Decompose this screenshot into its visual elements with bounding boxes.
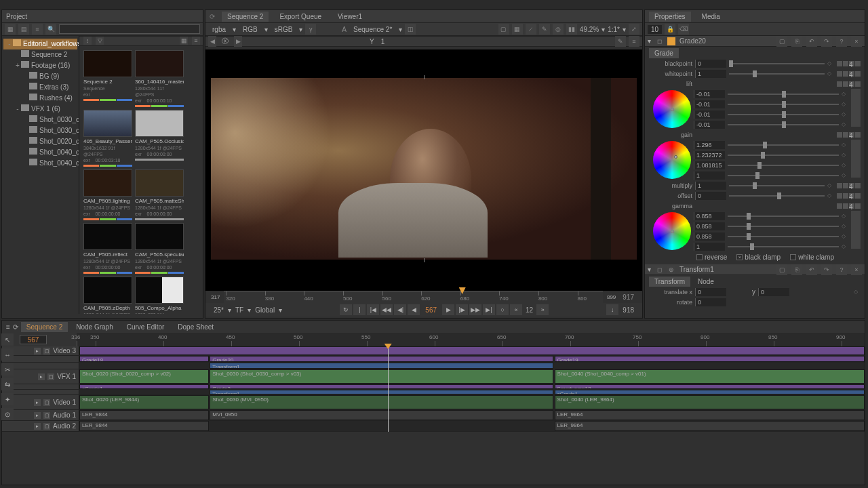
keyframe-icon[interactable]: ◇ bbox=[827, 60, 834, 67]
timeline-playhead[interactable] bbox=[388, 346, 389, 432]
prop-tab-properties[interactable]: Properties bbox=[649, 12, 691, 22]
lock-icon[interactable]: ▢ bbox=[43, 348, 50, 354]
nd3-icon[interactable]: ↶ bbox=[806, 36, 817, 47]
tree-item[interactable]: BG (9) bbox=[3, 71, 77, 82]
tree-item[interactable]: Shot_0040_co bbox=[3, 158, 77, 169]
reload-icon[interactable]: ⟳ bbox=[13, 323, 18, 331]
offset-value[interactable]: 0 bbox=[695, 192, 726, 200]
timeline-clip[interactable]: LER_9864 bbox=[555, 421, 865, 431]
colorspace-select[interactable]: RGB bbox=[239, 26, 262, 33]
expand-icon[interactable]: 4 bbox=[849, 71, 854, 77]
chevron-down-icon[interactable]: ▾ bbox=[648, 37, 651, 45]
keyframe-icon[interactable]: ◇ bbox=[827, 192, 834, 199]
viewer-canvas[interactable] bbox=[205, 49, 642, 291]
mute-icon[interactable]: ▸ bbox=[34, 423, 41, 430]
menu-icon[interactable]: ≡ bbox=[629, 36, 639, 47]
goto-end-icon[interactable]: ▶| bbox=[483, 304, 495, 315]
nd2-icon[interactable]: ⎘ bbox=[791, 264, 802, 275]
lift-r-slider[interactable] bbox=[728, 94, 839, 95]
gamma-a[interactable]: 1 bbox=[694, 243, 725, 251]
color-icon[interactable]: ⊕ bbox=[667, 266, 675, 274]
filter-icon[interactable]: ▽ bbox=[96, 37, 104, 45]
prev-clip-icon[interactable]: ◀ bbox=[208, 36, 216, 47]
mute-icon[interactable]: ▸ bbox=[34, 348, 41, 354]
gamma-a-slider[interactable] bbox=[728, 246, 839, 247]
drop-icon[interactable]: ↓ bbox=[606, 304, 618, 315]
transform-tab[interactable]: Transform bbox=[649, 277, 690, 287]
dropdown-icon[interactable]: ▾ bbox=[299, 26, 302, 33]
out-point-icon[interactable]: ○ bbox=[496, 304, 509, 315]
vi6-icon[interactable]: ▮▮ bbox=[566, 24, 577, 35]
grade-tab[interactable]: Grade bbox=[649, 48, 679, 58]
tree-item[interactable]: Extras (3) bbox=[3, 82, 77, 93]
prop-tab-media[interactable]: Media bbox=[696, 12, 726, 22]
roll-tool-icon[interactable]: ✦ bbox=[1, 393, 14, 405]
zoom-value[interactable]: 49.2% bbox=[580, 26, 599, 33]
collapse-icon[interactable]: 4 bbox=[849, 132, 854, 138]
lift-a[interactable]: -0.01 bbox=[694, 121, 725, 129]
vi2-icon[interactable]: ▦ bbox=[512, 24, 523, 35]
tl-tab-curve[interactable]: Curve Editor bbox=[121, 322, 170, 332]
close-icon[interactable]: × bbox=[851, 36, 862, 47]
translate-x[interactable]: 0 bbox=[695, 288, 726, 296]
lift-g[interactable]: -0.01 bbox=[694, 100, 725, 108]
gain-g-slider[interactable] bbox=[728, 155, 839, 156]
fps-select[interactable]: 25* bbox=[211, 306, 226, 314]
grid-icon[interactable]: ▦ bbox=[180, 37, 188, 45]
nd4-icon[interactable]: ↷ bbox=[821, 36, 832, 47]
collapse-icon[interactable]: 4 bbox=[849, 81, 854, 87]
vi5-icon[interactable]: ◎ bbox=[553, 24, 564, 35]
search-input[interactable] bbox=[59, 24, 200, 34]
keyframe-icon[interactable]: ◇ bbox=[842, 152, 848, 159]
track-body[interactable]: LER_9844MVI_0950LER_9864 bbox=[79, 410, 865, 420]
viewer-tab-viewer1[interactable]: Viewer1 bbox=[332, 12, 368, 22]
tree-item[interactable]: +Footage (16) bbox=[3, 60, 77, 71]
keyframe-icon[interactable]: ◇ bbox=[842, 101, 848, 108]
tl-tab-nodegraph[interactable]: Node Graph bbox=[71, 322, 118, 332]
next-clip-icon[interactable]: ▶ bbox=[234, 36, 242, 47]
slip-tool-icon[interactable]: ⇆ bbox=[1, 378, 14, 390]
timeline-clip[interactable]: LER_9844 bbox=[79, 410, 209, 420]
mute-icon[interactable]: ▸ bbox=[34, 412, 41, 419]
lift-b[interactable]: -0.01 bbox=[694, 110, 725, 119]
tree-item[interactable]: -VFX 1 (6) bbox=[3, 104, 77, 115]
pencil-icon[interactable]: ✎ bbox=[615, 36, 626, 47]
skip-back-icon[interactable]: « bbox=[510, 304, 522, 315]
dropdown-icon[interactable]: ▾ bbox=[279, 306, 282, 314]
nd5-icon[interactable]: ? bbox=[836, 36, 847, 47]
lock-icon[interactable]: ▢ bbox=[43, 399, 50, 406]
step-back-icon[interactable]: ◀| bbox=[394, 304, 406, 315]
search-icon[interactable]: 🔍 bbox=[45, 24, 56, 35]
gamma-master-slider[interactable] bbox=[851, 211, 861, 249]
nd5-icon[interactable]: ? bbox=[836, 264, 847, 275]
global-select[interactable]: Global bbox=[252, 306, 277, 314]
dropdown-icon[interactable]: ▾ bbox=[399, 26, 402, 33]
keyframe-icon[interactable]: ◇ bbox=[842, 142, 848, 148]
node-tab[interactable]: Node bbox=[692, 277, 719, 287]
gain-b[interactable]: 1.081815 bbox=[694, 161, 725, 169]
clear-icon[interactable]: ⌫ bbox=[678, 24, 689, 35]
dropdown-icon[interactable]: ▾ bbox=[264, 26, 268, 33]
track-body[interactable] bbox=[79, 346, 865, 355]
vi1-icon[interactable]: ▢ bbox=[498, 24, 509, 35]
timeline-clip[interactable]: Shot_0020 (Shot_0020_comp > v02) bbox=[79, 369, 209, 384]
whitepoint-value[interactable]: 1 bbox=[695, 70, 726, 78]
gamma-colorwheel[interactable] bbox=[653, 212, 691, 250]
tl-tab-dope[interactable]: Dope Sheet bbox=[172, 322, 219, 332]
sort-icon[interactable]: ↕ bbox=[83, 37, 92, 45]
lock-icon[interactable]: ▢ bbox=[43, 412, 50, 419]
clip-thumbnail[interactable]: Sequence 2Sequenceexr bbox=[83, 50, 132, 107]
reverse-checkbox[interactable]: reverse bbox=[696, 253, 727, 261]
dropdown-icon[interactable]: ▾ bbox=[248, 306, 251, 314]
reload-icon[interactable]: ⟳ bbox=[210, 13, 216, 20]
razor-tool-icon[interactable]: ✂ bbox=[1, 363, 14, 375]
keyframe-icon[interactable]: ◇ bbox=[842, 223, 848, 230]
gain-master-slider[interactable] bbox=[851, 140, 861, 178]
keyframe-icon[interactable]: ◇ bbox=[842, 243, 848, 250]
offset-slider[interactable] bbox=[729, 195, 825, 197]
disable-icon[interactable]: ◻ bbox=[655, 37, 663, 45]
clip-thumbnail[interactable]: 405_Beauty_Passere3840x1632 91f @24FPSex… bbox=[83, 110, 132, 167]
whitepoint-slider[interactable] bbox=[729, 73, 825, 75]
mute-icon[interactable]: ▸ bbox=[38, 373, 45, 380]
keyframe-icon[interactable]: ◇ bbox=[842, 213, 848, 220]
